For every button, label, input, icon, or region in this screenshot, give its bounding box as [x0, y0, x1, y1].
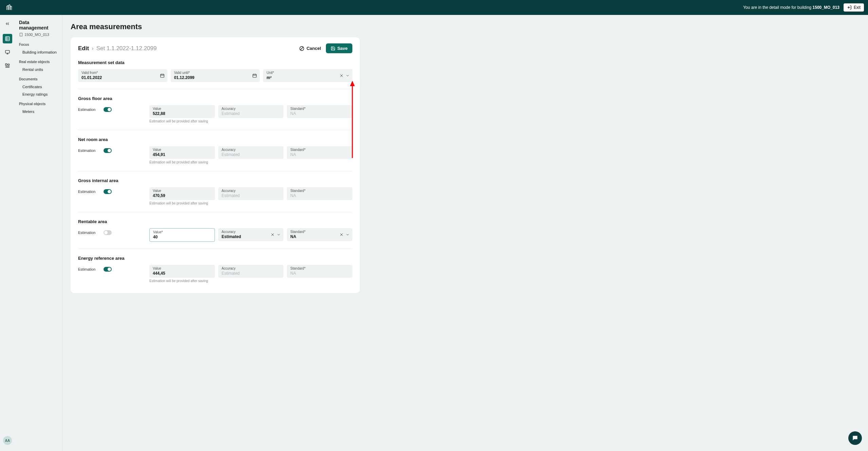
- standard-field: Standard* NA: [287, 146, 352, 159]
- edit-card: Edit › Set 1.1.2022-1.12.2099 Cancel: [71, 37, 360, 293]
- breadcrumb: Edit › Set 1.1.2022-1.12.2099: [78, 45, 156, 52]
- value-field: Value 522,88: [149, 105, 215, 118]
- standard-text: NA: [290, 193, 349, 198]
- chat-icon: [852, 435, 858, 442]
- svg-rect-0: [5, 37, 10, 41]
- estimation-toggle[interactable]: [104, 267, 112, 272]
- save-button[interactable]: Save: [326, 43, 352, 53]
- sidebar-title: Data management: [19, 20, 59, 31]
- estimation-hint: Estimation will be provided after saving: [149, 119, 215, 123]
- nav-rail: AA: [0, 15, 15, 451]
- monitor-icon: [5, 50, 10, 55]
- accuracy-field: Accuracy Estimated: [218, 105, 284, 118]
- svg-rect-16: [160, 74, 164, 77]
- accuracy-field[interactable]: Accuracy Estimated: [218, 228, 284, 241]
- svg-rect-11: [20, 33, 22, 36]
- chevron-down-icon[interactable]: [346, 233, 350, 237]
- standard-text: NA: [290, 152, 349, 157]
- area-section-title: Rentable area: [78, 219, 352, 224]
- estimation-label: Estimation: [78, 190, 95, 194]
- estimation-label: Estimation: [78, 231, 95, 235]
- page-title: Area measurements: [71, 22, 860, 31]
- sidebar-item[interactable]: Certificates: [19, 83, 59, 91]
- unit-field[interactable]: Unit* m²: [263, 69, 352, 82]
- clear-icon[interactable]: [271, 233, 275, 237]
- value-text: 522,88: [153, 111, 211, 116]
- building-icon: [19, 33, 23, 37]
- area-row: Estimation Value* 40Accuracy EstimatedSt…: [78, 228, 352, 242]
- chevron-right-icon: ›: [92, 45, 94, 52]
- exit-button[interactable]: Exit: [844, 3, 864, 12]
- value-field: Value 454,91: [149, 146, 215, 159]
- standard-field: Standard* NA: [287, 265, 352, 278]
- value-text: 40: [153, 235, 211, 239]
- svg-rect-7: [5, 64, 7, 65]
- detail-mode-text: You are in the detail mode for building …: [743, 5, 839, 10]
- standard-field[interactable]: Standard* NA: [287, 228, 352, 241]
- sidebar-group-label: Real estate objects: [19, 60, 59, 64]
- sidebar-group-label: Physical objects: [19, 102, 59, 106]
- valid-from-field[interactable]: Valid from* 01.01.2022: [78, 69, 167, 82]
- area-row: Estimation Value 454,91Estimation will b…: [78, 146, 352, 164]
- chat-fab[interactable]: [848, 431, 862, 445]
- user-avatar[interactable]: AA: [3, 436, 12, 445]
- nav-data-management[interactable]: [3, 34, 12, 43]
- valid-until-field[interactable]: Valid until* 01.12.2099: [171, 69, 260, 82]
- calendar-icon[interactable]: [252, 73, 257, 78]
- svg-point-8: [8, 64, 10, 65]
- main-content: Area measurements Edit › Set 1.1.2022-1.…: [62, 15, 868, 451]
- cancel-icon: [299, 46, 304, 51]
- value-field[interactable]: Value* 40: [149, 228, 215, 242]
- collapse-sidebar-button[interactable]: [5, 21, 10, 26]
- sidebar-item[interactable]: Meters: [19, 108, 59, 115]
- chevrons-left-icon: [5, 21, 10, 26]
- exit-icon: [847, 5, 852, 10]
- standard-text: NA: [290, 271, 349, 276]
- sidebar-group-label: Documents: [19, 77, 59, 81]
- accuracy-field: Accuracy Estimated: [218, 265, 284, 278]
- area-section-title: Gross floor area: [78, 96, 352, 101]
- value-text: 444,45: [153, 271, 211, 276]
- cancel-button[interactable]: Cancel: [299, 46, 321, 51]
- table-icon: [5, 36, 10, 41]
- svg-rect-20: [253, 74, 257, 77]
- clear-icon[interactable]: [339, 233, 344, 237]
- estimation-toggle[interactable]: [104, 230, 112, 235]
- clear-icon[interactable]: [339, 74, 344, 78]
- breadcrumb-set: Set 1.1.2022-1.12.2099: [96, 45, 157, 52]
- nav-components[interactable]: [3, 61, 12, 71]
- section-title-set-data: Measurement set data: [78, 60, 352, 65]
- estimation-hint: Estimation will be provided after saving: [149, 160, 215, 164]
- estimation-toggle[interactable]: [104, 189, 112, 194]
- area-section-title: Energy reference area: [78, 256, 352, 261]
- estimation-toggle[interactable]: [104, 148, 112, 153]
- top-bar: You are in the detail mode for building …: [0, 0, 868, 15]
- chevron-down-icon[interactable]: [346, 74, 350, 78]
- sidebar: Data management 1500_MO_013 FocusBuildin…: [15, 15, 62, 451]
- nav-monitor[interactable]: [3, 47, 12, 57]
- accuracy-text: Estimated: [222, 271, 280, 276]
- estimation-label: Estimation: [78, 149, 95, 153]
- accuracy-field: Accuracy Estimated: [218, 187, 284, 200]
- accuracy-text: Estimated: [222, 193, 280, 198]
- sidebar-item[interactable]: Building information: [19, 48, 59, 56]
- estimation-label: Estimation: [78, 107, 95, 112]
- accuracy-field: Accuracy Estimated: [218, 146, 284, 159]
- save-icon: [331, 46, 335, 51]
- standard-text: NA: [290, 111, 349, 116]
- shapes-icon: [5, 63, 10, 68]
- calendar-icon[interactable]: [160, 73, 165, 78]
- value-text: 454,91: [153, 152, 211, 157]
- standard-field: Standard* NA: [287, 105, 352, 118]
- svg-line-15: [300, 47, 303, 50]
- breadcrumb-edit: Edit: [78, 45, 89, 52]
- estimation-label: Estimation: [78, 267, 95, 271]
- estimation-toggle[interactable]: [104, 107, 112, 112]
- chevron-down-icon[interactable]: [277, 233, 281, 237]
- value-field: Value 470,59: [149, 187, 215, 200]
- estimation-hint: Estimation will be provided after saving: [149, 201, 215, 205]
- standard-field: Standard* NA: [287, 187, 352, 200]
- sidebar-item[interactable]: Rental units: [19, 66, 59, 73]
- building-chip: 1500_MO_013: [19, 33, 59, 37]
- sidebar-item[interactable]: Energy ratings: [19, 91, 59, 98]
